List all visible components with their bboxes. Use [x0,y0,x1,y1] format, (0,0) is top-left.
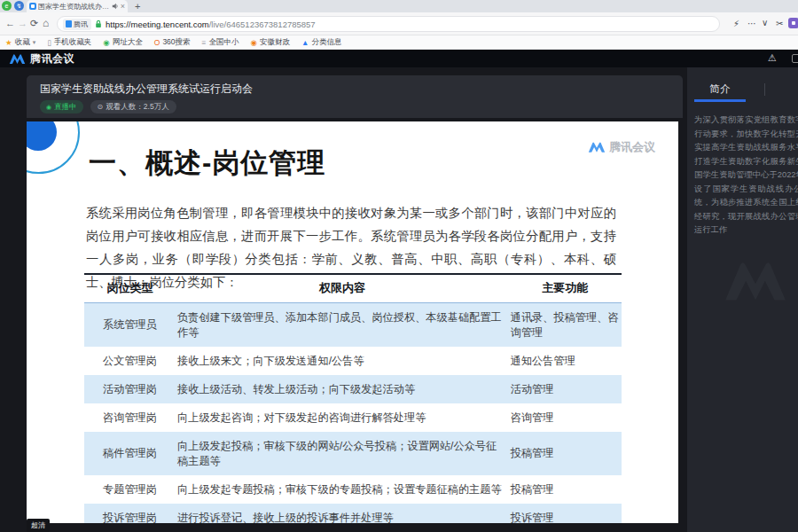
meeting-header: 腾讯会议 ⚠ [0,50,798,67]
bookmark-label: 分类信息 [311,37,341,48]
bookmark-label: 安徽财政 [260,37,290,48]
bookmark-icon: ◉ [251,38,257,47]
presentation-slide: 腾讯会议 一、概述-岗位管理 系统采用岗位角色制管理，即各管理模块中的接收对象为… [27,121,678,523]
url-host: https://meeting.tencent.com [106,20,209,29]
bookmark-item[interactable]: O360搜索 [154,37,191,48]
table-cell: 进行投诉登记、接收上级的投诉事件并处理等 [176,504,509,523]
bookmark-icon: ▲ [301,38,309,47]
bookmark-item[interactable]: ◉安徽财政 [251,37,290,48]
table-cell: 向上级发起专题投稿；审核下级的专题投稿；设置专题征稿的主题等 [176,475,509,504]
site-badge[interactable]: 腾讯 [63,19,91,30]
slide-table-body: 系统管理员负责创建下级管理员、添加本部门成员、岗位授权、本级基础配置工作等通讯录… [84,303,622,524]
refresh-icon[interactable]: ⟳ [30,18,38,29]
table-cell: 系统管理员 [84,303,176,348]
brand-name: 腾讯会议 [30,51,74,66]
table-row: 公文管理岗接收上级来文；向下级发送通知/公告等通知公告管理 [84,347,622,375]
slide-heading: 一、概述-岗位管理 [89,145,325,182]
watermark-logo-icon [588,141,606,153]
tab-active-underline [694,99,746,102]
table-cell: 向上级发起投稿；审核下级的网站/公众号投稿；设置网站/公众号征稿主题等 [176,432,509,475]
url-text: https://meeting.tencent.com/live/6465123… [106,20,316,29]
table-row: 活动管理岗接收上级活动、转发上级活动；向下级发起活动等活动管理 [84,375,622,403]
badge-row: ◉ 直播中 ⊙ 观看人数：2.5万人 [40,100,176,113]
address-bar: ← → ⟳ ⌂ 腾讯 https://meeting.tencent.com/l… [0,12,798,35]
video-quality-badge[interactable]: 超清 [27,519,50,532]
table-row: 稿件管理岗向上级发起投稿；审核下级的网站/公众号投稿；设置网站/公众号征稿主题等… [84,432,622,475]
table-header-row: 岗位类型权限内容主要功能 [84,274,622,303]
viewers-badge: ⊙ 观看人数：2.5万人 [90,100,176,113]
table-cell: 咨询管理 [509,403,622,432]
dropdown-icon[interactable]: ∨ [762,18,768,27]
table-row: 咨询管理岗向上级发起咨询；对下级发起的咨询进行解答处理等咨询管理 [84,403,622,432]
back-icon[interactable]: ← [5,18,15,28]
sidebar: 简介 为深入贯彻落实党组教育数字化战略行动要求，加快数字化转型升级，切实提高学生… [687,67,798,532]
tab-favicon-icon [29,3,36,10]
bookmark-item[interactable]: ◉网址大全 [103,37,142,48]
tab-audio-icon[interactable] [112,3,119,10]
live-title: 国家学生资助战线办公管理系统试运行启动会 [40,82,253,97]
screenshot-icon[interactable]: ✂ [776,19,783,28]
bookmark-label: 网址大全 [113,37,143,48]
browser-tab-strip: e ↯ 国家学生资助战线办公管理 × + [0,0,798,12]
url-path: /live/6465123673812785857 [209,20,316,29]
viewers-count: 观看人数：2.5万人 [106,102,168,113]
url-input[interactable]: 腾讯 https://meeting.tencent.com/live/6465… [57,16,720,32]
table-cell: 公文管理岗 [84,347,176,375]
alert-icon[interactable]: ⚠ [768,52,777,64]
table-row: 系统管理员负责创建下级管理员、添加本部门成员、岗位授权、本级基础配置工作等通讯录… [84,303,622,348]
sidebar-watermark-logo-icon [723,259,788,303]
bookmark-icon: ▯ [47,38,51,47]
live-status-label: 直播中 [54,102,77,113]
browser-tab[interactable]: 国家学生资助战线办公管理 × [27,0,128,12]
live-info-panel: 国家学生资助战线办公管理系统试运行启动会 ◉ 直播中 ⊙ 观看人数：2.5万人 [27,75,683,118]
table-cell: 投稿管理 [509,475,622,504]
table-cell: 负责创建下级管理员、添加本部门成员、岗位授权、本级基础配置工作等 [176,303,509,348]
bookmark-icon: O [154,38,160,47]
bookmark-icon: ◉ [103,38,109,47]
table-cell: 投诉管理 [509,504,622,523]
table-header-cell: 岗位类型 [84,274,176,303]
bookmark-item[interactable]: ▲分类信息 [301,37,341,48]
site-badge-icon [66,20,72,27]
assistant-icon[interactable]: ↯ [14,1,24,11]
table-cell: 专题管理岗 [84,475,176,504]
brand[interactable]: 腾讯会议 [9,51,74,66]
table-cell: 通讯录、投稿管理、咨询管理 [509,303,622,348]
roles-table: 岗位类型权限内容主要功能 系统管理员负责创建下级管理员、添加本部门成员、岗位授权… [84,273,622,523]
table-cell: 接收上级活动、转发上级活动；向下级发起活动等 [176,375,509,403]
bookmark-dropdown-icon[interactable]: ▾ [33,39,36,46]
site-badge-label: 腾讯 [74,20,88,29]
live-status-badge: ◉ 直播中 [40,100,83,113]
live-dot-icon: ◉ [46,104,51,111]
bookmark-label: 360搜索 [162,37,190,48]
table-cell: 通知公告管理 [509,347,622,375]
table-row: 投诉管理岗进行投诉登记、接收上级的投诉事件并处理等投诉管理 [84,504,622,523]
bookmark-label: 收藏 [15,37,30,48]
home-icon[interactable]: ⌂ [43,17,49,29]
bookmarks-bar: ★收藏▾▯手机收藏夹◉网址大全O360搜索≡全国中小◉安徽财政▲分类信息 [0,35,798,50]
header-edge-icon[interactable] [792,54,798,63]
bookmark-item[interactable]: ▯手机收藏夹 [47,37,91,48]
table-header-cell: 权限内容 [176,274,509,303]
more-menu-icon[interactable]: ⋯ [747,19,756,28]
bookmark-item[interactable]: ★收藏▾ [5,37,35,48]
table-row: 专题管理岗向上级发起专题投稿；审核下级的专题投稿；设置专题征稿的主题等投稿管理 [84,475,622,504]
table-cell: 投稿管理 [509,432,622,475]
quick-access-icon[interactable]: ⚡ [733,19,739,28]
table-cell: 稿件管理岗 [84,432,176,475]
bookmark-item[interactable]: ≡全国中小 [202,37,239,48]
table-cell: 向上级发起咨询；对下级发起的咨询进行解答处理等 [176,403,509,432]
tab-intro[interactable]: 简介 [694,82,746,96]
watermark-brand-text: 腾讯会议 [609,139,655,155]
extension-icon[interactable] [788,18,798,28]
tencent-meeting-logo-icon [9,53,26,65]
browser-logo-icon[interactable]: e [2,1,12,11]
new-tab-button[interactable]: + [135,1,140,12]
table-cell: 投诉管理岗 [84,504,176,523]
viewers-icon: ⊙ [98,103,104,111]
bookmark-label: 全国中小 [209,37,239,48]
forward-icon[interactable]: → [18,18,27,28]
main-area: 国家学生资助战线办公管理系统试运行启动会 ◉ 直播中 ⊙ 观看人数：2.5万人 … [0,67,798,532]
tab-close-icon[interactable]: × [121,2,125,11]
tab-title: 国家学生资助战线办公管理 [38,2,110,12]
